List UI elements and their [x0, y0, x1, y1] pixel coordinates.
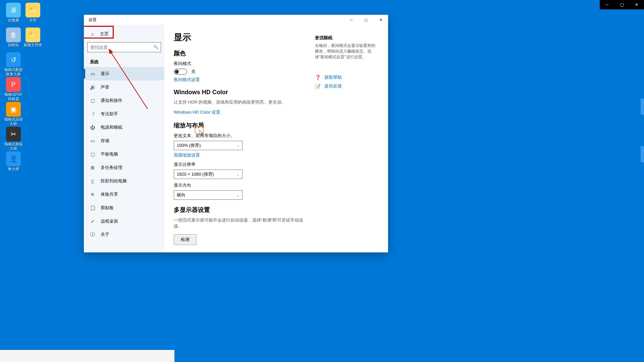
sidebar-item[interactable]: ▭存储 — [84, 134, 164, 147]
desktop-icon-label: 嗨格式数据恢复大师 — [3, 68, 24, 76]
window-title: 设置 — [84, 17, 97, 23]
nav-item-label: 电源和睡眠 — [101, 124, 122, 130]
sidebar-item[interactable]: 📋剪贴板 — [84, 201, 164, 215]
nav-item-label: 关于 — [101, 232, 109, 238]
desktop-icon[interactable]: P嗨格式PDF转换器 — [3, 77, 24, 101]
desktop-icon-label: 文件 — [22, 18, 44, 22]
feedback-link[interactable]: 📝 提供反馈 — [315, 82, 379, 90]
desktop-icon[interactable]: ✂嗨格式剪辑大师 — [3, 127, 24, 151]
help-icon: ❓ — [315, 75, 320, 80]
multi-display-desc: 一些旧式显示器可能不会进行自动连接，选择"检测"即可尝试手动连接。 — [174, 217, 305, 229]
get-help-link[interactable]: ❓ 获取帮助 — [315, 73, 379, 82]
desktop-icon-label: 回收站 — [3, 43, 24, 47]
advanced-scale-link[interactable]: 高级缩放设置 — [174, 152, 200, 158]
nav-item-label: 存储 — [101, 138, 109, 144]
night-mode-toggle[interactable] — [174, 69, 187, 75]
chevron-down-icon: ⌄ — [237, 193, 239, 197]
nav-item-label: 专注助手 — [101, 111, 118, 117]
sidebar-item[interactable]: ☽专注助手 — [84, 107, 164, 121]
desktop-icon-label: 此电脑 — [3, 18, 24, 22]
night-mode-label: 夜间模式 — [174, 61, 305, 67]
sidebar-item[interactable]: ▢平板电脑 — [84, 147, 164, 161]
desktop-icon[interactable]: 🖥此电脑 — [3, 3, 24, 22]
nav-icon: ▢ — [90, 98, 95, 103]
scale-label: 更改文本、应用等项目的大小。 — [174, 133, 305, 139]
sidebar-item[interactable]: ✕体验共享 — [84, 188, 164, 201]
nav-icon: ▢ — [90, 152, 95, 157]
sidebar-item[interactable]: ⓘ关于 — [84, 228, 164, 241]
desktop-icon-label: 嗨格式PDF转换器 — [3, 93, 24, 101]
taskbar[interactable] — [0, 350, 174, 362]
external-titlebar: ─ ▢ ✕ — [600, 0, 644, 9]
hd-color-title: Windows HD Color — [174, 89, 305, 96]
nav-icon: 📋 — [90, 205, 95, 210]
hd-color-link[interactable]: Windows HD Color 设置 — [174, 109, 220, 115]
sidebar-item[interactable]: ⤢远程桌面 — [84, 215, 164, 228]
home-icon: ⌂ — [90, 31, 95, 37]
sidebar-item[interactable]: ⏻电源和睡眠 — [84, 121, 164, 134]
edge-bar — [641, 146, 644, 162]
desktop-icon[interactable]: 👤鲁大师 — [3, 152, 24, 171]
search-input[interactable] — [87, 42, 161, 52]
app-icon: 👤 — [6, 152, 21, 166]
settings-window: 设置 ─ ▢ ✕ ⌂ 主页 🔍 系统 ▭显示🔊声音▢通知和操作☽专注助手⏻电源和… — [84, 15, 388, 252]
desktop-icon[interactable]: ▣嗨格式压缩大师 — [3, 102, 24, 126]
feedback-icon: 📝 — [315, 83, 320, 89]
scale-section-title: 缩放与布局 — [174, 121, 305, 129]
app-icon: 🗑 — [6, 27, 21, 42]
search-wrap: 🔍 — [84, 40, 164, 54]
nav-icon: ⊞ — [90, 165, 95, 170]
orientation-label: 显示方向 — [174, 182, 305, 188]
night-mode-settings-link[interactable]: 夜间模式设置 — [174, 77, 200, 83]
nav-icon: ⤢ — [90, 219, 95, 224]
aside-sleep-desc: 在晚间，夜间模式会显示较柔和的暖色，帮助你进入睡眠状态。选择"夜间模式设置"进行… — [315, 43, 379, 60]
nav-icon: ✕ — [90, 192, 95, 197]
sidebar-item[interactable]: ⊞多任务处理 — [84, 161, 164, 174]
sidebar-item[interactable]: ▯投影到此电脑 — [84, 174, 164, 188]
desktop-icon-label: 鲁大师 — [3, 167, 24, 171]
sidebar-item[interactable]: 🔊声音 — [84, 80, 164, 94]
window-titlebar: 设置 ─ ▢ ✕ — [84, 15, 388, 25]
color-section-title: 颜色 — [174, 49, 305, 57]
home-link[interactable]: ⌂ 主页 — [84, 27, 164, 40]
desktop-icon[interactable]: 📁文件 — [22, 3, 44, 22]
app-icon: 📁 — [25, 27, 40, 42]
desktop-icon[interactable]: ↺嗨格式数据恢复大师 — [3, 52, 24, 76]
nav-icon: 🔊 — [90, 84, 95, 90]
desktop-icon-label: 嗨格式剪辑大师 — [3, 142, 24, 151]
sidebar-item[interactable]: ▢通知和操作 — [84, 94, 164, 107]
ext-maximize-button[interactable]: ▢ — [614, 0, 629, 9]
scale-value: 100% (推荐) — [177, 142, 201, 148]
close-button[interactable]: ✕ — [373, 15, 388, 25]
nav-item-label: 体验共享 — [101, 191, 118, 197]
sidebar-item[interactable]: ▭显示 — [84, 67, 164, 80]
nav-item-label: 投影到此电脑 — [101, 178, 127, 184]
maximize-button[interactable]: ▢ — [359, 15, 373, 25]
minimize-button[interactable]: ─ — [344, 15, 359, 25]
get-help-label: 获取帮助 — [324, 74, 342, 80]
multi-display-title: 多显示器设置 — [174, 206, 305, 214]
hd-color-desc: 让支持 HDR 的视频、游戏和应用的画面更明亮、更生动。 — [174, 99, 305, 105]
page-title: 显示 — [174, 32, 305, 43]
nav-section-title: 系统 — [84, 54, 164, 67]
nav-item-label: 剪贴板 — [101, 205, 114, 211]
ext-minimize-button[interactable]: ─ — [600, 0, 614, 9]
orientation-select[interactable]: 横向 ⌄ — [174, 190, 243, 200]
scale-select[interactable]: 100% (推荐) ⌄ — [174, 141, 243, 150]
nav-item-label: 显示 — [101, 71, 109, 77]
app-icon: ✂ — [6, 127, 21, 141]
desktop-icon[interactable]: 📁新建文件夹 — [22, 27, 44, 47]
sidebar: ⌂ 主页 🔍 系统 ▭显示🔊声音▢通知和操作☽专注助手⏻电源和睡眠▭存储▢平板电… — [84, 25, 164, 252]
aside-sleep-title: 更优睡眠 — [315, 35, 379, 41]
home-label: 主页 — [100, 31, 109, 37]
feedback-label: 提供反馈 — [324, 83, 342, 89]
ext-close-button[interactable]: ✕ — [629, 0, 644, 9]
resolution-select[interactable]: 644 × 362 (推荐) ⌄ — [174, 170, 243, 179]
resolution-value: 644 × 362 (推荐) — [177, 171, 214, 177]
nav-icon: ⓘ — [90, 232, 95, 237]
detect-button[interactable]: 检测 — [174, 234, 197, 245]
edge-bar — [641, 99, 644, 115]
nav-item-label: 声音 — [101, 84, 109, 90]
resolution-label: 显示分辨率 — [174, 162, 305, 168]
desktop-icon[interactable]: 🗑回收站 — [3, 27, 24, 47]
